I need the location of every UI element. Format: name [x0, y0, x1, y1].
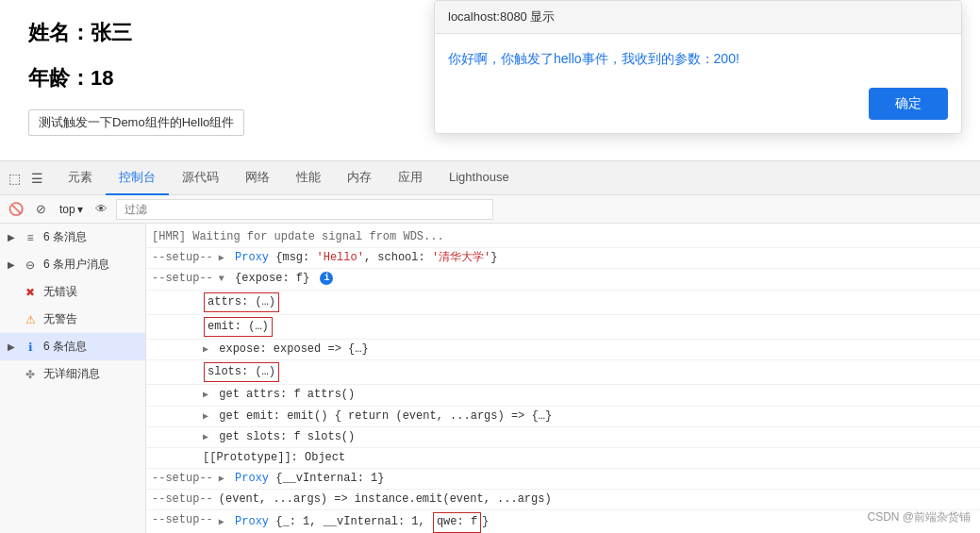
list-icon: ≡	[23, 230, 38, 245]
console-sidebar: ▶ ≡ 6 条消息 ▶ ⊖ 6 条用户消息 ▶ ✖ 无错误 ▶ ⚠ 无警告 ▶	[0, 224, 146, 533]
console-main: ▶ ≡ 6 条消息 ▶ ⊖ 6 条用户消息 ▶ ✖ 无错误 ▶ ⚠ 无警告 ▶	[0, 224, 980, 533]
filter-input[interactable]	[116, 199, 493, 220]
console-line: --setup-- ▼ {expose: f} i	[146, 269, 980, 290]
tab-elements[interactable]: 元素	[55, 161, 106, 195]
line-text: ▶ Proxy {__vInternal: 1}	[219, 470, 972, 488]
tab-performance[interactable]: 性能	[283, 161, 334, 195]
line-text: [HMR] Waiting for update signal from WDS…	[152, 228, 972, 246]
level-dropdown[interactable]: top ▾	[55, 200, 88, 219]
tab-console[interactable]: 控制台	[106, 161, 169, 195]
sidebar-item-all-messages[interactable]: ▶ ≡ 6 条消息	[0, 224, 145, 251]
console-line: ▶ get attrs: f attrs()	[146, 385, 980, 406]
error-icon: ✖	[23, 285, 38, 300]
line-text: ▶ get slots: f slots()	[203, 428, 972, 446]
tab-lighthouse[interactable]: Lighthouse	[436, 162, 523, 193]
console-line: attrs: (…)	[146, 291, 980, 315]
watermark: CSDN @前端杂货铺	[867, 509, 971, 525]
console-line: [[Prototype]]: Object	[146, 448, 980, 469]
clear-console-icon[interactable]: 🚫	[6, 199, 26, 220]
sidebar-item-verbose[interactable]: ▶ ✤ 无详细消息	[0, 360, 145, 388]
sidebar-label: 无错误	[43, 284, 77, 300]
console-line: --setup-- ▶ Proxy {msg: 'Hello', school:…	[146, 248, 980, 269]
arrow-icon: ▶	[8, 259, 15, 270]
expand-icon[interactable]: ▶	[219, 474, 224, 484]
console-line: ▶ expose: exposed => {…}	[146, 340, 980, 360]
verbose-icon: ✤	[23, 367, 38, 382]
console-line: --setup-- ▶ Proxy {__vInternal: 1}	[146, 469, 980, 490]
console-toolbar: 🚫 ⊘ top ▾ 👁	[0, 195, 980, 224]
expand-icon[interactable]: ▶	[203, 390, 208, 400]
line-text: ▼ {expose: f} i	[219, 270, 972, 288]
expand-icon[interactable]: ▶	[203, 344, 208, 355]
line-text: ▶ Proxy {_: 1, __vInternal: 1, qwe: f}	[219, 511, 972, 533]
line-prefix: --setup--	[152, 270, 213, 288]
line-text: [[Prototype]]: Object	[203, 449, 972, 467]
info-badge: i	[320, 272, 333, 285]
device-icon[interactable]: ☰	[26, 168, 47, 189]
boxed-qwe[interactable]: qwe: f	[433, 512, 481, 532]
no-icon[interactable]: ⊘	[30, 199, 51, 220]
line-text: ▶ expose: exposed => {…}	[203, 341, 972, 358]
line-text: emit: (…)	[203, 316, 972, 338]
sidebar-label: 无警告	[43, 311, 77, 327]
boxed-attrs[interactable]: attrs: (…)	[204, 292, 279, 312]
alert-dialog: localhost:8080 显示 你好啊，你触发了hello事件，我收到的参数…	[434, 0, 962, 134]
sidebar-label: 无详细消息	[43, 366, 100, 382]
devtools-panel: ⬚ ☰ 元素 控制台 源代码 网络 性能 内存 应用 Lighthouse 🚫 …	[0, 160, 980, 533]
line-prefix: --setup--	[152, 491, 213, 508]
expand-icon[interactable]: ▶	[219, 253, 224, 263]
info-icon: ℹ	[23, 340, 38, 355]
user-icon: ⊖	[23, 258, 38, 273]
console-line: [HMR] Waiting for update signal from WDS…	[146, 227, 980, 248]
arrow-icon: ▶	[8, 232, 15, 242]
expand-icon[interactable]: ▶	[203, 432, 208, 442]
line-text: ▶ get emit: emit() { return (event, ...a…	[203, 408, 972, 425]
expand-icon[interactable]: ▶	[203, 411, 208, 422]
boxed-emit[interactable]: emit: (…)	[204, 317, 273, 337]
sidebar-label: 6 条消息	[43, 229, 87, 245]
sidebar-item-info[interactable]: ▶ ℹ 6 条信息	[0, 333, 145, 360]
console-line: ▶ get slots: f slots()	[146, 427, 980, 448]
alert-footer: 确定	[435, 80, 961, 133]
tab-sources[interactable]: 源代码	[169, 161, 232, 195]
inspect-icon[interactable]: ⬚	[4, 168, 25, 189]
alert-message: 你好啊，你触发了hello事件，我收到的参数：200!	[435, 34, 961, 80]
tab-memory[interactable]: 内存	[334, 161, 385, 195]
tab-icon-group: ⬚ ☰	[4, 168, 47, 189]
console-line: slots: (…)	[146, 360, 980, 385]
line-text: attrs: (…)	[203, 291, 972, 313]
console-line: --setup-- ▶ Proxy {_: 1, __vInternal: 1,…	[146, 510, 980, 533]
arrow-icon: ▶	[8, 341, 15, 352]
expand-icon[interactable]: ▶	[219, 517, 224, 527]
tab-application[interactable]: 应用	[385, 161, 436, 195]
console-line: --setup-- (event, ...args) => instance.e…	[146, 490, 980, 510]
tab-network[interactable]: 网络	[232, 161, 283, 195]
console-line: ▶ get emit: emit() { return (event, ...a…	[146, 407, 980, 427]
console-line: emit: (…)	[146, 315, 980, 340]
line-prefix: --setup--	[152, 249, 213, 267]
sidebar-item-user-messages[interactable]: ▶ ⊖ 6 条用户消息	[0, 251, 145, 278]
boxed-slots[interactable]: slots: (…)	[204, 362, 279, 382]
webpage-area: 姓名：张三 年龄：18 测试触发一下Demo组件的Hello组件 localho…	[0, 0, 980, 160]
warning-icon: ⚠	[23, 312, 38, 327]
line-text: ▶ Proxy {msg: 'Hello', school: '清华大学'}	[219, 249, 972, 267]
line-text: slots: (…)	[203, 361, 972, 383]
sidebar-label: 6 条信息	[43, 339, 87, 355]
expand-icon[interactable]: ▼	[219, 274, 224, 284]
devtools-tabs-bar: ⬚ ☰ 元素 控制台 源代码 网络 性能 内存 应用 Lighthouse	[0, 161, 980, 195]
line-prefix: --setup--	[152, 511, 213, 529]
eye-icon[interactable]: 👁	[91, 199, 112, 220]
alert-title: localhost:8080 显示	[435, 1, 961, 34]
dropdown-arrow-icon: ▾	[77, 203, 83, 216]
test-hello-button[interactable]: 测试触发一下Demo组件的Hello组件	[28, 109, 244, 136]
sidebar-item-errors[interactable]: ▶ ✖ 无错误	[0, 278, 145, 306]
console-output: [HMR] Waiting for update signal from WDS…	[146, 224, 980, 533]
line-prefix: --setup--	[152, 470, 213, 488]
alert-ok-button[interactable]: 确定	[869, 88, 948, 120]
line-text: (event, ...args) => instance.emit(event,…	[219, 491, 972, 508]
line-text: ▶ get attrs: f attrs()	[203, 386, 972, 404]
sidebar-label: 6 条用户消息	[43, 257, 109, 273]
sidebar-item-warnings[interactable]: ▶ ⚠ 无警告	[0, 306, 145, 333]
